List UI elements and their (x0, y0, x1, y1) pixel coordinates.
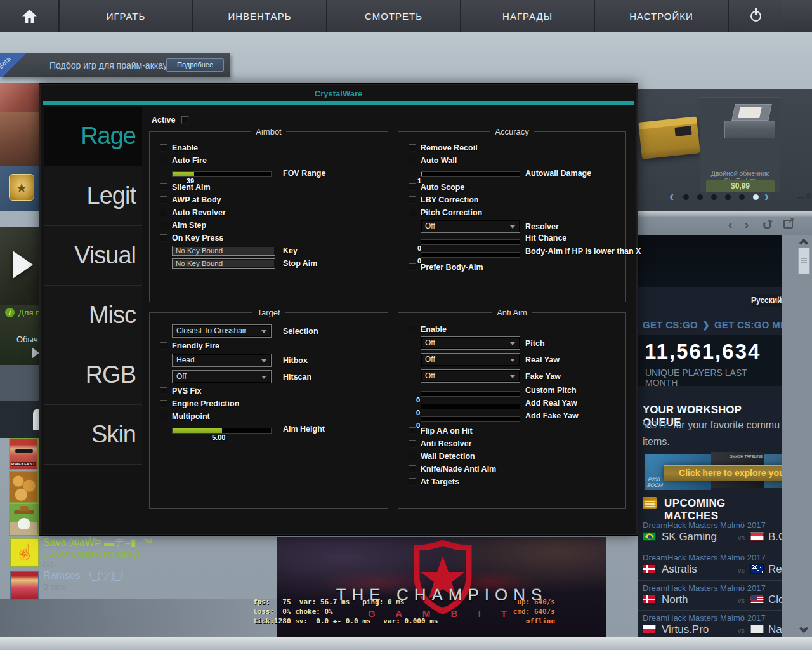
profile-avatar[interactable] (0, 112, 39, 166)
checkbox-icon[interactable] (409, 263, 416, 271)
engine-prediction-row[interactable]: Engine Prediction (160, 400, 239, 408)
checkbox-icon[interactable] (409, 465, 416, 473)
checkbox-icon[interactable] (409, 144, 416, 152)
key-bind-input[interactable]: No Key Bound (172, 246, 275, 256)
silent-aim-row[interactable]: Silent Aim (160, 183, 211, 192)
forward-icon[interactable]: › (745, 218, 749, 232)
prefer-body-aim-row[interactable]: Prefer Body-Aim (409, 263, 483, 272)
resolver-dropdown[interactable]: Off (421, 220, 520, 233)
gamemode-tile[interactable]: Обыч (0, 321, 39, 365)
aim-height-slider[interactable] (172, 428, 272, 434)
match-row[interactable]: DreamHack Masters Malmö 2017 Virtus.Pro … (638, 610, 782, 637)
aim-step-row[interactable]: Aim Step (160, 222, 206, 230)
tab-visual[interactable]: Visual (44, 226, 142, 286)
carousel-prev-icon[interactable]: ‹ (669, 190, 674, 203)
spectate-eye-icon[interactable] (43, 562, 53, 567)
checkbox-icon[interactable] (160, 342, 167, 350)
explore-queue-button[interactable]: Click here to explore your (664, 465, 782, 481)
active-toggle-row[interactable]: Active (152, 116, 189, 124)
map-preview-tile[interactable] (0, 227, 39, 305)
checkbox-icon[interactable] (160, 413, 167, 420)
get-csgo-link[interactable]: GET CS:GO (643, 319, 698, 330)
remove-recoil-row[interactable]: Remove Recoil (409, 144, 478, 152)
selection-dropdown[interactable]: Closest To Crosshair (172, 324, 272, 338)
auto-fire-row[interactable]: Auto Fire (160, 157, 207, 165)
friendly-fire-row[interactable]: Friendly Fire (160, 342, 219, 350)
pvs-fix-row[interactable]: PVS Fix (160, 387, 202, 395)
checkbox-icon[interactable] (160, 144, 167, 152)
hit-chance-slider[interactable] (421, 239, 520, 245)
checkbox-icon[interactable] (409, 440, 416, 448)
lby-correction-row[interactable]: LBY Correction (409, 196, 478, 204)
pitch-correction-row[interactable]: Pitch Correction (409, 209, 482, 217)
auto-wall-row[interactable]: Auto Wall (409, 157, 457, 165)
checkbox-icon[interactable] (409, 427, 416, 435)
language-button[interactable]: Русский (751, 294, 781, 307)
tab-legit[interactable]: Legit (44, 166, 142, 226)
get-csgo-merch-link[interactable]: GET CS:GO MERC (714, 319, 782, 330)
checkbox-icon[interactable] (160, 183, 167, 191)
autowall-damage-slider[interactable] (421, 171, 520, 177)
hitbox-dropdown[interactable]: Head (172, 354, 272, 367)
carousel-dot-active[interactable] (753, 194, 759, 200)
checkbox-icon[interactable] (409, 157, 416, 164)
carousel-dot[interactable] (739, 194, 745, 200)
pitch-dropdown[interactable]: Off (421, 336, 520, 350)
nav-play[interactable]: ИГРАТЬ (60, 0, 193, 32)
external-link-icon[interactable] (783, 220, 793, 229)
on-key-press-row[interactable]: On Key Press (160, 234, 223, 242)
enable-row[interactable]: Enable (160, 144, 198, 152)
auto-revolver-row[interactable]: Auto Revolver (160, 209, 226, 217)
carousel-dot[interactable] (697, 194, 703, 200)
tab-skin[interactable]: Skin (44, 405, 142, 465)
back-icon[interactable]: ‹ (728, 218, 732, 232)
checkbox-icon[interactable] (160, 234, 167, 242)
carousel-dot[interactable] (683, 194, 689, 200)
friend-avatar-small[interactable] (9, 504, 39, 536)
scrollbar-thumb[interactable] (798, 248, 810, 274)
nav-settings[interactable]: НАСТРОЙКИ (595, 0, 729, 32)
checkbox-icon[interactable] (409, 478, 416, 486)
awp-at-body-row[interactable]: AWP at Body (160, 196, 221, 204)
wall-detection-row[interactable]: Wall Detection (409, 453, 475, 461)
tab-misc[interactable]: Misc (44, 286, 142, 345)
power-button[interactable] (729, 0, 782, 32)
tab-rage[interactable]: Rage (44, 107, 142, 166)
details-button[interactable]: Подробнее (166, 58, 224, 72)
flip-aa-row[interactable]: Flip AA on Hit (409, 427, 473, 435)
at-targets-row[interactable]: At Targets (409, 478, 459, 486)
carousel-dot[interactable] (725, 194, 731, 200)
checkbox-icon[interactable] (160, 196, 167, 204)
stop-aim-bind-input[interactable]: No Key Bound (172, 258, 275, 269)
checkbox-icon[interactable] (160, 400, 167, 408)
store-item-card[interactable]: Двойной обменник StatTrak™ $0,99 (700, 97, 780, 192)
nav-awards[interactable]: НАГРАДЫ (461, 0, 595, 32)
tab-rgb[interactable]: RGB (44, 345, 142, 405)
checkbox-icon[interactable] (160, 209, 167, 216)
nav-watch[interactable]: СМОТРЕТЬ (327, 0, 461, 32)
checkbox-icon[interactable] (409, 453, 416, 460)
auto-scope-row[interactable]: Auto Scope (409, 183, 464, 192)
friend-row[interactable]: Ramses ¯\_(ツ)_/¯ В сети (9, 569, 275, 601)
add-real-yaw-slider[interactable] (421, 404, 520, 409)
carousel-next-icon[interactable]: › (764, 190, 769, 203)
checkbox-icon[interactable] (409, 196, 416, 204)
friend-avatar-small[interactable]: RWEKFAST (9, 438, 39, 470)
add-fake-yaw-slider[interactable] (421, 416, 520, 422)
key-icon[interactable] (797, 193, 811, 202)
real-yaw-dropdown[interactable]: Off (421, 353, 520, 366)
checkbox-icon[interactable] (409, 326, 416, 333)
vote-link[interactable]: VOTE (643, 420, 671, 430)
fake-yaw-dropdown[interactable]: Off (421, 369, 520, 383)
active-checkbox[interactable] (181, 116, 189, 124)
checkbox-icon[interactable] (160, 222, 167, 229)
fov-slider[interactable] (172, 171, 272, 177)
match-row[interactable]: DreamHack Masters Malmö 2017 SK Gaming v… (638, 518, 782, 549)
weapon-case-image[interactable] (638, 116, 700, 159)
anti-resolver-row[interactable]: Anti Resolver (409, 440, 472, 448)
play-small-icon[interactable] (32, 347, 39, 359)
match-row[interactable]: DreamHack Masters Malmö 2017 Astralis vs… (638, 550, 782, 581)
checkbox-icon[interactable] (160, 157, 167, 164)
refresh-icon[interactable] (763, 221, 771, 229)
play-icon[interactable] (13, 251, 33, 279)
